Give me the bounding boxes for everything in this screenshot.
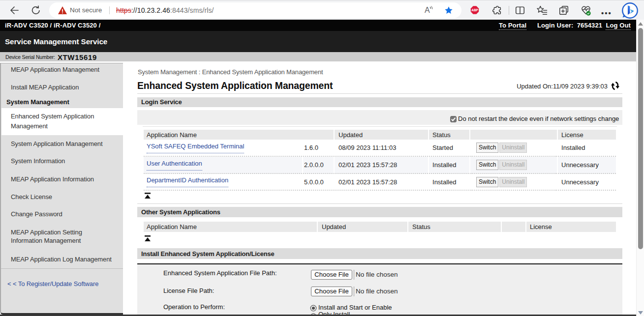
svg-text:ABP: ABP <box>471 8 478 12</box>
